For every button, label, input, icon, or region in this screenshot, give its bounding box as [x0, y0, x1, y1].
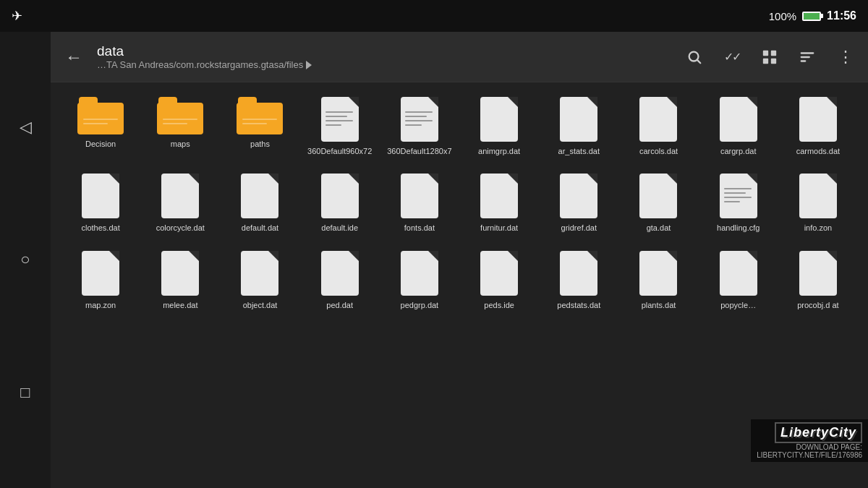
app-area: ← data …TA San Andreas/com.rockstargames…: [51, 32, 868, 488]
file-icon: [321, 174, 359, 218]
file-icon: [799, 97, 837, 142]
file-icon: [401, 97, 438, 142]
file-icon: [82, 174, 119, 218]
file-item[interactable]: 360Default1280x7: [381, 91, 458, 162]
file-item[interactable]: info.zon: [780, 168, 856, 239]
file-item[interactable]: carcols.dat: [620, 91, 697, 162]
file-item[interactable]: melee.dat: [142, 245, 218, 316]
file-label: fonts.dat: [404, 223, 435, 233]
file-item[interactable]: clothes.dat: [62, 168, 139, 239]
file-icon: [401, 174, 438, 218]
status-bar: ✈ 100% 11:56: [0, 0, 868, 32]
file-item[interactable]: colorcycle.dat: [142, 168, 218, 239]
file-icon: [480, 251, 518, 296]
file-label: object.dat: [243, 300, 278, 310]
path-arrow-icon: [306, 61, 312, 69]
file-item[interactable]: plants.dat: [620, 245, 697, 316]
file-label: melee.dat: [163, 300, 197, 310]
file-item[interactable]: map.zon: [62, 245, 139, 316]
recents-nav-btn[interactable]: □: [11, 378, 40, 407]
file-label: carmods.dat: [796, 146, 841, 156]
file-item[interactable]: default.ide: [302, 168, 378, 239]
svg-rect-5: [771, 58, 776, 63]
file-label: cargrp.dat: [720, 146, 757, 156]
file-icon: [321, 251, 359, 296]
file-icon: [720, 251, 757, 296]
back-nav-btn[interactable]: ◁: [11, 113, 40, 142]
file-icon: [639, 97, 677, 142]
file-icon: [799, 174, 837, 218]
file-item[interactable]: pedstats.dat: [540, 245, 617, 316]
file-item[interactable]: popycle…: [700, 245, 777, 316]
watermark: LibertyCity DOWNLOAD PAGE: LIBERTYCITY.N…: [751, 419, 868, 462]
airplane-icon: ✈: [12, 8, 22, 24]
file-label: carcols.dat: [639, 146, 678, 156]
file-label: peds.ide: [484, 300, 514, 310]
home-nav-btn[interactable]: ○: [11, 245, 40, 274]
lc-download-url: LIBERTYCITY.NET/FILE/176986: [757, 451, 862, 459]
file-item[interactable]: object.dat: [221, 245, 298, 316]
file-item[interactable]: default.dat: [221, 168, 298, 239]
sort-button[interactable]: [791, 41, 823, 73]
file-item[interactable]: pedgrp.dat: [381, 245, 458, 316]
file-lines: [405, 111, 433, 129]
file-item[interactable]: 360Default960x72: [302, 91, 378, 162]
file-icon: [480, 97, 518, 142]
file-icon: [560, 174, 597, 218]
file-label: plants.dat: [642, 300, 676, 310]
file-item[interactable]: carmods.dat: [780, 91, 856, 162]
file-icon: [560, 251, 597, 296]
back-button[interactable]: ←: [58, 41, 90, 73]
file-item[interactable]: peds.ide: [461, 245, 537, 316]
file-item[interactable]: gta.dat: [620, 168, 697, 239]
file-item[interactable]: Decision: [62, 91, 139, 162]
file-item[interactable]: paths: [221, 91, 298, 162]
file-icon: [241, 251, 278, 296]
file-item[interactable]: ar_stats.dat: [540, 91, 617, 162]
file-grid: Decision maps: [51, 82, 868, 488]
path-text: …TA San Andreas/com.rockstargames.gtasa/…: [97, 59, 303, 70]
file-label: colorcycle.dat: [156, 223, 205, 233]
file-item[interactable]: animgrp.dat: [461, 91, 537, 162]
file-item[interactable]: ped.dat: [302, 245, 378, 316]
top-bar: ← data …TA San Andreas/com.rockstargames…: [51, 32, 868, 82]
file-item[interactable]: furnitur.dat: [461, 168, 537, 239]
file-item[interactable]: fonts.dat: [381, 168, 458, 239]
file-label: default.dat: [242, 223, 278, 233]
file-label: gta.dat: [647, 223, 671, 233]
file-label: info.zon: [804, 223, 833, 233]
file-item[interactable]: cargrp.dat: [700, 91, 777, 162]
file-label: map.zon: [85, 300, 116, 310]
file-icon: [82, 251, 119, 296]
file-label: gridref.dat: [561, 223, 597, 233]
file-item[interactable]: handling.cfg: [700, 168, 777, 239]
file-icon: [161, 251, 199, 296]
path-name: …TA San Andreas/com.rockstargames.gtasa/…: [97, 59, 671, 70]
file-icon: [560, 97, 597, 142]
file-item[interactable]: maps: [142, 91, 218, 162]
file-item[interactable]: procobj.d at: [780, 245, 856, 316]
svg-rect-4: [763, 58, 768, 63]
title-area: data …TA San Andreas/com.rockstargames.g…: [97, 43, 671, 70]
file-icon: [241, 174, 278, 218]
file-lines: [724, 188, 752, 205]
file-label: popycle…: [720, 300, 756, 310]
file-icon: [639, 251, 677, 296]
file-label: maps: [171, 139, 190, 149]
svg-line-1: [697, 60, 700, 63]
file-label: pedstats.dat: [557, 300, 600, 310]
grid-view-button[interactable]: [754, 41, 786, 73]
file-icon: [161, 174, 199, 218]
search-button[interactable]: [678, 41, 710, 73]
clock: 11:56: [827, 9, 856, 22]
status-right: 100% 11:56: [769, 9, 856, 22]
file-label: animgrp.dat: [478, 146, 520, 156]
folder-icon: [237, 97, 283, 134]
select-all-button[interactable]: ✓✓: [716, 41, 748, 73]
file-item[interactable]: gridref.dat: [540, 168, 617, 239]
file-label: furnitur.dat: [480, 223, 518, 233]
status-left: ✈: [12, 8, 22, 24]
more-button[interactable]: ⋮: [829, 41, 861, 73]
file-label: Decision: [85, 139, 116, 149]
file-label: 360Default960x72: [307, 146, 372, 156]
